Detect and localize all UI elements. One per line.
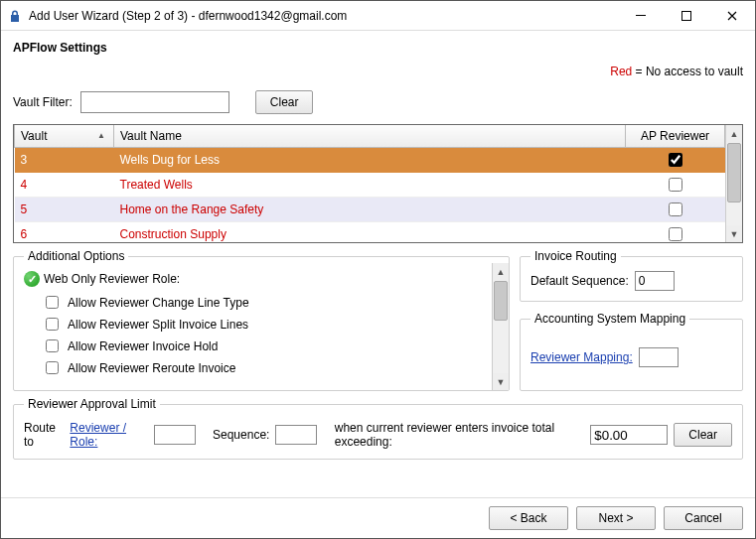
grid-scrollbar[interactable]: ▲ ▼	[725, 125, 742, 242]
window-minimize-button[interactable]	[618, 1, 664, 31]
col-header-vault[interactable]: Vault	[15, 125, 114, 147]
cell-vault-name: Construction Supply	[114, 221, 626, 242]
invoice-routing-group: Invoice Routing Default Sequence:	[520, 249, 743, 302]
vault-grid: Vault Vault Name AP Reviewer 3Wells Dug …	[13, 124, 743, 243]
option-checkbox[interactable]	[46, 361, 59, 374]
cell-ap-reviewer	[626, 197, 725, 221]
mapping-legend: Accounting System Mapping	[530, 312, 689, 326]
approval-limit-clear-button[interactable]: Clear	[674, 423, 732, 447]
col-header-vault-name[interactable]: Vault Name	[114, 125, 626, 147]
table-row[interactable]: 4Treated Wells	[15, 172, 725, 197]
next-button[interactable]: Next >	[576, 506, 656, 530]
additional-options-legend: Additional Options	[24, 249, 128, 263]
options-scrollbar[interactable]: ▲ ▼	[492, 263, 509, 390]
invoice-routing-legend: Invoice Routing	[530, 249, 621, 263]
scroll-up-icon[interactable]: ▲	[726, 125, 742, 142]
cell-ap-reviewer	[626, 221, 725, 242]
vault-filter-row: Vault Filter: Clear	[13, 90, 743, 114]
svg-rect-1	[682, 11, 691, 20]
reviewer-approval-limit-group: Reviewer Approval Limit Route to Reviewe…	[13, 397, 743, 460]
cell-vault-id: 6	[15, 221, 114, 242]
cell-vault-name: Treated Wells	[114, 172, 626, 197]
cell-vault-id: 3	[15, 147, 114, 172]
ap-reviewer-checkbox[interactable]	[669, 153, 682, 167]
ap-reviewer-checkbox[interactable]	[669, 227, 682, 241]
scroll-thumb[interactable]	[727, 143, 741, 202]
option-checkbox[interactable]	[46, 296, 59, 309]
vault-filter-clear-button[interactable]: Clear	[255, 90, 314, 114]
scroll-thumb[interactable]	[494, 281, 508, 321]
vault-filter-label: Vault Filter:	[13, 95, 73, 109]
option-row: Allow Reviewer Change Line Type	[42, 293, 486, 312]
check-circle-icon: ✓	[24, 271, 40, 287]
lock-icon	[7, 8, 23, 24]
ap-reviewer-checkbox[interactable]	[669, 178, 682, 192]
cell-vault-name: Home on the Range Safety	[114, 197, 626, 221]
title-bar: Add User Wizard (Step 2 of 3) - dfernwoo…	[1, 1, 755, 31]
cell-vault-id: 4	[15, 172, 114, 197]
web-only-reviewer-header: Web Only Reviewer Role:	[44, 272, 180, 286]
scroll-down-icon[interactable]: ▼	[493, 373, 509, 390]
reviewer-role-input[interactable]	[154, 425, 196, 445]
route-to-label: Route to	[24, 421, 64, 449]
scroll-up-icon[interactable]: ▲	[493, 263, 509, 280]
accounting-system-mapping-group: Accounting System Mapping Reviewer Mappi…	[520, 312, 743, 391]
option-checkbox[interactable]	[46, 339, 59, 352]
cell-vault-id: 5	[15, 197, 114, 221]
reviewer-mapping-link[interactable]: Reviewer Mapping:	[530, 350, 633, 364]
cell-ap-reviewer	[626, 147, 725, 172]
back-button[interactable]: < Back	[489, 506, 568, 530]
cancel-button[interactable]: Cancel	[664, 506, 743, 530]
additional-options-group: Additional Options ✓ Web Only Reviewer R…	[13, 249, 510, 391]
legend-red-word: Red	[610, 65, 632, 78]
table-row[interactable]: 3Wells Dug for Less	[15, 147, 725, 172]
reviewer-role-link[interactable]: Reviewer / Role:	[70, 421, 147, 449]
default-sequence-input[interactable]	[635, 271, 675, 291]
window-title: Add User Wizard (Step 2 of 3) - dfernwoo…	[29, 9, 347, 23]
wizard-footer: < Back Next > Cancel	[1, 497, 755, 538]
window-close-button[interactable]	[709, 1, 755, 31]
threshold-amount-input[interactable]	[590, 425, 668, 445]
option-row: Allow Reviewer Invoice Hold	[42, 337, 486, 355]
option-label: Allow Reviewer Change Line Type	[68, 296, 249, 310]
option-label: Allow Reviewer Split Invoice Lines	[68, 318, 248, 332]
default-sequence-label: Default Sequence:	[530, 274, 629, 288]
vault-filter-input[interactable]	[80, 91, 229, 113]
svg-rect-0	[636, 15, 646, 16]
sequence-label: Sequence:	[213, 428, 269, 442]
option-checkbox[interactable]	[46, 318, 59, 331]
scroll-down-icon[interactable]: ▼	[726, 225, 742, 242]
access-legend: Red = No access to vault	[13, 65, 743, 78]
approval-limit-legend: Reviewer Approval Limit	[24, 397, 160, 411]
ap-reviewer-checkbox[interactable]	[669, 202, 682, 216]
table-row[interactable]: 5Home on the Range Safety	[15, 197, 725, 221]
cell-ap-reviewer	[626, 172, 725, 197]
option-label: Allow Reviewer Invoice Hold	[68, 339, 218, 353]
table-row[interactable]: 6Construction Supply	[15, 221, 725, 242]
option-label: Allow Reviewer Reroute Invoice	[68, 361, 235, 375]
col-header-ap-reviewer[interactable]: AP Reviewer	[626, 125, 725, 147]
cell-vault-name: Wells Dug for Less	[114, 147, 626, 172]
option-row: Allow Reviewer Split Invoice Lines	[42, 315, 486, 334]
exceeding-label: when current reviewer enters invoice tot…	[335, 421, 585, 449]
section-title: APFlow Settings	[13, 41, 743, 55]
reviewer-mapping-input[interactable]	[639, 347, 679, 367]
option-row: Allow Reviewer Reroute Invoice	[42, 358, 486, 377]
sequence-input[interactable]	[275, 425, 317, 445]
window-maximize-button[interactable]	[664, 1, 709, 31]
